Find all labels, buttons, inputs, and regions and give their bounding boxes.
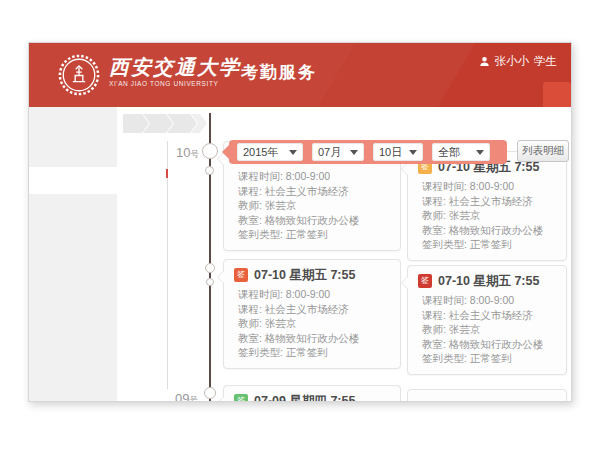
card-field: 教室: 格物致知行政办公楼 xyxy=(234,213,390,228)
card-field: 教室: 格物致知行政办公楼 xyxy=(418,223,556,238)
university-name-en: XI'AN JIAO TONG UNIVERSITY xyxy=(109,79,241,88)
timeline-nav-item[interactable] xyxy=(113,252,161,275)
timeline-node-small xyxy=(204,387,216,399)
timeline-nav-item[interactable] xyxy=(113,319,161,342)
timeline-node-small xyxy=(205,263,215,273)
day-marker-09: 09号 xyxy=(175,389,198,402)
card-field: 教室: 格物致知行政办公楼 xyxy=(234,331,390,346)
app-title: 考勤服务 xyxy=(241,61,317,84)
nav-tab[interactable] xyxy=(515,82,543,107)
card-field: 教室: 格物致知行政办公楼 xyxy=(418,337,556,352)
sidebar-item[interactable] xyxy=(29,113,117,140)
filter-dropdown-value: 全部 xyxy=(438,145,460,160)
content-area: 10号 09号 签 07-10 星期五 7:55 课 xyxy=(29,107,571,401)
card-field: 课程: 社会主义市场经济 xyxy=(234,302,390,317)
attendance-card[interactable]: 签 07-09 星期四 7:55 xyxy=(223,385,401,402)
university-emblem-icon xyxy=(58,54,100,96)
nav-tab[interactable] xyxy=(543,82,571,107)
app-window: 西安交通大学 XI'AN JIAO TONG UNIVERSITY 考勤服务 张… xyxy=(28,42,572,402)
card-field: 课程时间: 8:00-9:00 xyxy=(234,287,390,302)
timeline-nav-item[interactable] xyxy=(113,184,161,207)
card-header xyxy=(418,396,556,402)
timeline-node-small xyxy=(206,278,214,286)
card-field: 签到类型: 正常签到 xyxy=(234,227,390,242)
card-field: 课程时间: 8:00-9:00 xyxy=(418,179,556,194)
card-field: 签到类型: 正常签到 xyxy=(418,237,556,252)
card-field: 教师: 张芸京 xyxy=(234,198,390,213)
card-datetime: 07-10 星期五 7:55 xyxy=(438,273,539,290)
main-nav xyxy=(459,82,571,107)
card-field: 课程: 社会主义市场经济 xyxy=(234,184,390,199)
card-field: 教师: 张芸京 xyxy=(234,316,390,331)
breadcrumb xyxy=(123,114,207,133)
chevron-down-icon xyxy=(409,150,417,159)
card-header: 签 07-10 星期五 7:55 xyxy=(418,272,556,290)
card-datetime: 07-09 星期四 7:55 xyxy=(254,393,355,403)
timeline-year-month-nav xyxy=(113,139,161,342)
attendance-card[interactable] xyxy=(407,389,567,402)
card-field: 签到类型: 正常签到 xyxy=(234,345,390,360)
signin-stamp-icon: 签 xyxy=(234,268,248,282)
university-name: 西安交通大学 XI'AN JIAO TONG UNIVERSITY xyxy=(109,55,241,88)
user-info[interactable]: 张小小 学生 xyxy=(479,54,558,69)
chevron-down-icon xyxy=(289,150,297,159)
signin-stamp-icon: 签 xyxy=(234,394,248,402)
nav-tab[interactable] xyxy=(459,82,487,107)
chevron-down-icon xyxy=(350,150,358,159)
timeline-nav-item[interactable] xyxy=(113,274,161,297)
attendance-card[interactable]: 签 07-10 星期五 7:55 课程时间: 8:00-9:00课程: 社会主义… xyxy=(407,265,567,375)
sidebar-item[interactable] xyxy=(29,194,117,221)
card-field: 课程时间: 8:00-9:00 xyxy=(234,169,390,184)
signin-stamp-icon: 签 xyxy=(418,274,432,288)
timeline-nav-item[interactable] xyxy=(113,297,161,320)
university-name-cn: 西安交通大学 xyxy=(109,55,241,79)
card-field: 课程: 社会主义市场经济 xyxy=(418,308,556,323)
user-role: 学生 xyxy=(534,54,557,69)
card-header: 签 07-09 星期四 7:55 xyxy=(234,392,390,402)
card-field: 课程时间: 8:00-9:00 xyxy=(418,293,556,308)
filter-dropdown-value: 2015年 xyxy=(243,145,278,160)
page: 西安交通大学 XI'AN JIAO TONG UNIVERSITY 考勤服务 张… xyxy=(0,0,600,450)
attendance-card[interactable]: 签 07-10 星期五 7:55 课程时间: 8:00-9:00课程: 社会主义… xyxy=(223,259,401,369)
attendance-card[interactable]: 签 07-10 星期五 7:55 课程时间: 8:00-9:00课程: 社会主义… xyxy=(407,151,567,261)
app-header: 西安交通大学 XI'AN JIAO TONG UNIVERSITY 考勤服务 张… xyxy=(29,43,571,107)
filter-dropdown-value: 07月 xyxy=(318,145,341,160)
filter-dropdown[interactable]: 2015年 xyxy=(237,143,303,161)
person-icon xyxy=(479,56,490,67)
sidebar-item[interactable] xyxy=(29,140,117,167)
card-header: 签 07-10 星期五 7:55 xyxy=(234,266,390,284)
timeline-nav-item[interactable] xyxy=(113,162,161,185)
filter-dropdown-value: 10日 xyxy=(379,145,402,160)
card-field: 教师: 张芸京 xyxy=(418,208,556,223)
filter-dropdown[interactable]: 10日 xyxy=(373,143,423,161)
card-field: 签到类型: 正常签到 xyxy=(418,351,556,366)
user-name: 张小小 xyxy=(495,54,530,69)
nav-tab[interactable] xyxy=(487,82,515,107)
list-detail-button[interactable]: 列表明细 xyxy=(517,140,569,162)
card-field: 课程: 社会主义市场经济 xyxy=(418,194,556,209)
sidebar xyxy=(29,107,117,401)
timeline-node-small xyxy=(205,166,214,175)
timeline-nav-item[interactable] xyxy=(113,207,161,230)
sidebar-item[interactable] xyxy=(29,221,117,248)
filter-dropdown[interactable]: 全部 xyxy=(432,143,490,161)
card-datetime: 07-10 星期五 7:55 xyxy=(254,267,355,284)
sidebar-item[interactable] xyxy=(29,167,117,194)
timeline-nav-item[interactable] xyxy=(113,139,161,162)
filter-dropdown[interactable]: 07月 xyxy=(312,143,364,161)
mini-timeline-line xyxy=(167,141,168,389)
timeline-nav-item[interactable] xyxy=(113,229,161,252)
timeline-node-large xyxy=(202,143,218,159)
card-field: 教师: 张芸京 xyxy=(418,322,556,337)
filter-bar: 2015年 07月 10日 全部 xyxy=(229,140,507,164)
day-marker-10: 10号 xyxy=(176,143,199,161)
chevron-down-icon xyxy=(476,150,484,159)
